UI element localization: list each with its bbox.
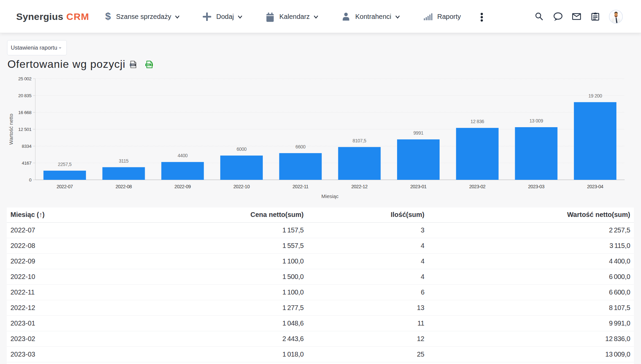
svg-text:2023-02: 2023-02 xyxy=(469,184,486,189)
svg-text:20 835: 20 835 xyxy=(18,93,31,98)
svg-text:8107,5: 8107,5 xyxy=(353,138,366,143)
svg-text:4167: 4167 xyxy=(22,161,31,166)
svg-text:0: 0 xyxy=(29,177,31,183)
svg-text:2023-03: 2023-03 xyxy=(528,184,545,189)
svg-text:13 009: 13 009 xyxy=(529,118,543,123)
svg-text:25 002: 25 002 xyxy=(18,76,31,81)
svg-text:Wartość netto: Wartość netto xyxy=(8,114,14,145)
svg-text:2022-08: 2022-08 xyxy=(115,184,132,189)
svg-text:$: $ xyxy=(105,11,111,22)
svg-text:9991: 9991 xyxy=(413,130,423,136)
svg-text:2022-10: 2022-10 xyxy=(233,184,250,189)
svg-text:Miesiąc: Miesiąc xyxy=(322,193,339,199)
svg-text:2257,5: 2257,5 xyxy=(58,162,72,167)
svg-text:2022-11: 2022-11 xyxy=(292,184,309,189)
svg-text:2023-01: 2023-01 xyxy=(410,184,427,189)
svg-text:12 836: 12 836 xyxy=(471,119,484,124)
svg-text:12 501: 12 501 xyxy=(18,127,31,132)
svg-text:2023-04: 2023-04 xyxy=(587,184,604,189)
svg-text:8334: 8334 xyxy=(22,144,32,149)
svg-text:2022-09: 2022-09 xyxy=(174,184,191,189)
svg-text:16 668: 16 668 xyxy=(18,110,31,115)
svg-text:2022-07: 2022-07 xyxy=(57,184,73,189)
svg-text:2022-12: 2022-12 xyxy=(351,184,368,189)
svg-text:6000: 6000 xyxy=(236,146,247,152)
svg-text:19 200: 19 200 xyxy=(588,93,602,99)
svg-text:4400: 4400 xyxy=(177,153,188,158)
svg-text:6600: 6600 xyxy=(296,144,306,149)
svg-text:3115: 3115 xyxy=(119,158,129,164)
